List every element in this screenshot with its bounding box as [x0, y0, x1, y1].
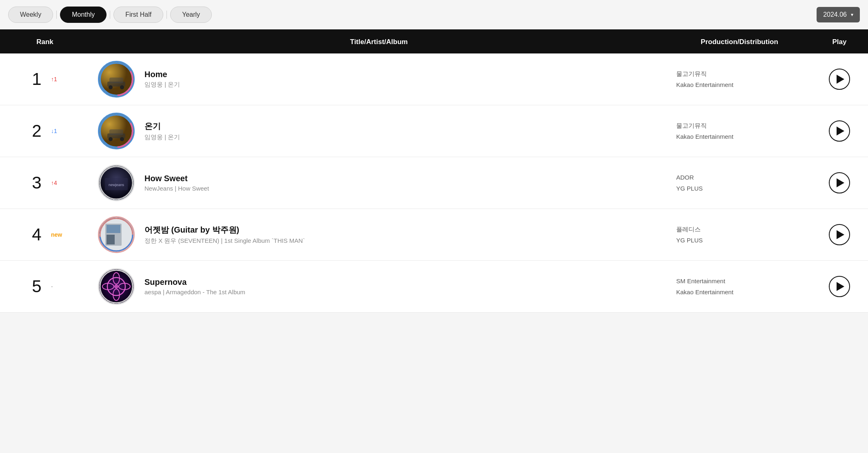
prod-col-2: 물고기뮤직 Kakao Entertainment — [668, 120, 811, 142]
chevron-down-icon: ▾ — [851, 12, 853, 18]
svg-point-13 — [120, 137, 124, 141]
svg-point-0 — [99, 62, 133, 96]
tab-yearly[interactable]: Yearly — [170, 7, 212, 23]
song-title-5: Supernova — [144, 278, 245, 287]
prod-company-4: 플레디스 YG PLUS — [676, 224, 803, 246]
svg-rect-11 — [109, 129, 123, 135]
play-button-5[interactable] — [829, 276, 850, 297]
album-art-svg-5 — [99, 269, 133, 304]
svg-rect-23 — [107, 225, 120, 233]
svg-rect-3 — [109, 78, 123, 83]
album-art-1 — [98, 61, 135, 98]
table-row: 3 ↑4 newjeans — [0, 157, 868, 209]
song-title-3: How Sweet — [144, 174, 209, 183]
rank-col-1: 1 ↑1 — [0, 69, 90, 89]
title-col-1: Home 임영웅 | 온기 — [90, 61, 668, 98]
rank-change-2: ↓1 — [51, 128, 63, 134]
table-row: 2 ↓1 — [0, 105, 868, 157]
svg-point-1 — [99, 62, 133, 96]
song-meta-3: NewJeans | How Sweet — [144, 185, 209, 192]
table-row: 4 new 어젯밤 (Guitar by 박주원) 정한 X 원우 (SEVEN… — [0, 209, 868, 261]
rank-change-5: - — [51, 283, 63, 290]
header-production: Production/Distribution — [668, 38, 811, 46]
album-art-svg-2 — [99, 114, 133, 148]
album-info-1: Home 임영웅 | 온기 — [144, 70, 180, 89]
title-col-4: 어젯밤 (Guitar by 박주원) 정한 X 원우 (SEVENTEEN) … — [90, 216, 668, 253]
play-col-5 — [811, 276, 868, 297]
song-title-4: 어젯밤 (Guitar by 박주원) — [144, 224, 305, 235]
date-label: 2024.06 — [823, 11, 847, 18]
play-col-3 — [811, 172, 868, 193]
rank-col-4: 4 new — [0, 225, 90, 244]
rank-number-5: 5 — [27, 277, 47, 296]
chart-header: Rank Title/Artist/Album Production/Distr… — [0, 31, 868, 53]
prod-col-3: ADOR YG PLUS — [668, 172, 811, 194]
svg-point-12 — [109, 137, 113, 141]
rank-number-2: 2 — [27, 121, 47, 141]
svg-rect-24 — [107, 235, 115, 244]
prod-company-2: 물고기뮤직 Kakao Entertainment — [676, 120, 803, 142]
prod-company-3: ADOR YG PLUS — [676, 172, 803, 194]
chart-table: Rank Title/Artist/Album Production/Distr… — [0, 29, 868, 313]
prod-col-1: 물고기뮤직 Kakao Entertainment — [668, 68, 811, 90]
svg-point-6 — [100, 63, 133, 95]
play-icon-5 — [837, 282, 844, 291]
divider-1 — [56, 11, 57, 19]
svg-point-34 — [114, 284, 118, 289]
song-meta-5: aespa | Armageddon - The 1st Album — [144, 289, 245, 295]
play-col-2 — [811, 120, 868, 142]
play-button-4[interactable] — [829, 224, 850, 245]
album-info-2: 온기 임영웅 | 온기 — [144, 121, 180, 141]
album-art-svg-1 — [99, 62, 133, 96]
svg-rect-2 — [107, 82, 125, 87]
album-info-5: Supernova aespa | Armageddon - The 1st A… — [144, 278, 245, 295]
rank-number-4: 4 — [27, 225, 47, 244]
song-meta-2: 임영웅 | 온기 — [144, 133, 180, 141]
divider-3 — [166, 11, 167, 19]
prod-company-5: SM Entertainment Kakao Entertainment — [676, 275, 803, 298]
album-art-2 — [98, 113, 135, 149]
header-rank: Rank — [0, 38, 90, 46]
play-button-1[interactable] — [829, 69, 850, 90]
play-icon-1 — [837, 75, 844, 84]
prod-company-1: 물고기뮤직 Kakao Entertainment — [676, 68, 803, 90]
play-button-2[interactable] — [829, 120, 850, 142]
rank-col-5: 5 - — [0, 277, 90, 296]
filter-bar: Weekly Monthly First Half Yearly 2024.06… — [0, 0, 868, 29]
header-title: Title/Artist/Album — [90, 38, 668, 46]
song-title-2: 온기 — [144, 121, 180, 132]
svg-point-7 — [100, 63, 133, 95]
album-art-5 — [98, 268, 135, 305]
album-info-4: 어젯밤 (Guitar by 박주원) 정한 X 원우 (SEVENTEEN) … — [144, 224, 305, 245]
prod-col-4: 플레디스 YG PLUS — [668, 224, 811, 246]
rank-col-2: 2 ↓1 — [0, 121, 90, 141]
tab-first-half[interactable]: First Half — [113, 7, 163, 23]
divider-2 — [110, 11, 110, 19]
song-title-1: Home — [144, 70, 180, 79]
title-col-2: 온기 임영웅 | 온기 — [90, 113, 668, 149]
tab-monthly[interactable]: Monthly — [60, 7, 107, 23]
play-icon-4 — [837, 230, 844, 239]
album-info-3: How Sweet NewJeans | How Sweet — [144, 174, 209, 192]
play-icon-3 — [837, 178, 844, 187]
title-col-5: Supernova aespa | Armageddon - The 1st A… — [90, 268, 668, 305]
play-col-1 — [811, 69, 868, 90]
play-button-3[interactable] — [829, 172, 850, 193]
play-icon-2 — [837, 127, 844, 135]
rank-number-1: 1 — [27, 69, 47, 89]
song-meta-1: 임영웅 | 온기 — [144, 81, 180, 89]
table-row: 5 - — [0, 261, 868, 313]
rank-change-1: ↑1 — [51, 76, 63, 82]
title-col-3: newjeans How Sweet NewJeans | How Sweet — [90, 164, 668, 201]
rank-number-3: 3 — [27, 173, 47, 193]
album-art-svg-3: newjeans — [99, 166, 133, 200]
rank-col-3: 3 ↑4 — [0, 173, 90, 193]
album-art-4 — [98, 216, 135, 253]
date-selector[interactable]: 2024.06 ▾ — [817, 7, 860, 22]
rank-change-3: ↑4 — [51, 180, 63, 186]
play-col-4 — [811, 224, 868, 245]
header-play: Play — [811, 38, 868, 46]
tab-weekly[interactable]: Weekly — [8, 7, 53, 23]
prod-col-5: SM Entertainment Kakao Entertainment — [668, 275, 811, 298]
album-art-svg-4 — [99, 218, 133, 252]
